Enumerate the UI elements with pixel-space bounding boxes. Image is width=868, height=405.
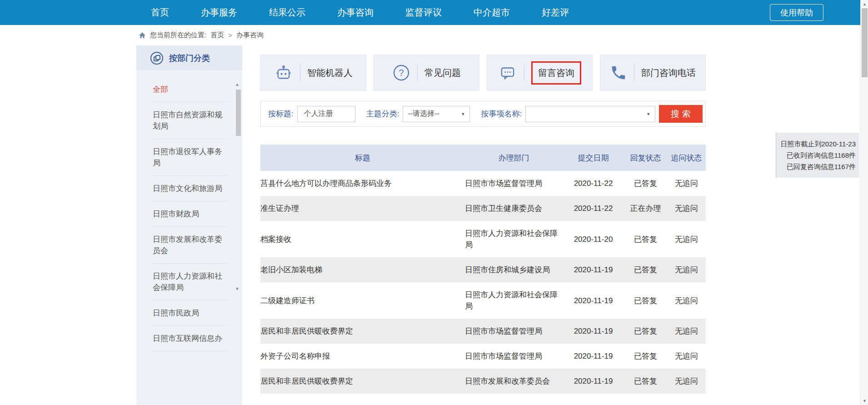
sidebar-item-department[interactable]: 日照市发展和改革委员会 bbox=[153, 227, 226, 264]
consultation-table: 标题 办理部门 提交日期 回复状态 追问状态 莒县什么地方可以办理商品条形码业务… bbox=[260, 145, 706, 394]
sidebar-scroll-up-icon[interactable]: ▲ bbox=[235, 82, 239, 87]
category-select[interactable]: --请选择-- ▼ bbox=[403, 106, 470, 122]
sidebar-item-department[interactable]: 日照市退役军人事务局 bbox=[153, 139, 226, 176]
cell-title[interactable]: 准生证办理 bbox=[260, 196, 465, 221]
cell-reply-status: 正在办理 bbox=[624, 196, 667, 221]
tab-department-phone[interactable]: 部门咨询电话 bbox=[600, 55, 706, 91]
cell-department: 日照市市场监督管理局 bbox=[465, 319, 563, 344]
cell-date: 2020-11-19 bbox=[563, 369, 624, 394]
cell-date: 2020-11-22 bbox=[563, 171, 624, 196]
home-icon bbox=[139, 32, 146, 39]
tab-smart-robot[interactable]: 智能机器人 bbox=[260, 55, 366, 91]
cell-department: 日照市发展和改革委员会 bbox=[465, 369, 563, 394]
sidebar-item-department[interactable]: 日照市民政局 bbox=[153, 300, 226, 326]
main-content: 智能机器人 ? 常见问题 bbox=[260, 55, 706, 91]
category-filter-label: 主题分类: bbox=[366, 109, 399, 119]
breadcrumb: 您当前所在的位置: 首页 > 办事咨询 bbox=[139, 25, 264, 45]
sidebar-item-department[interactable]: 全部 bbox=[153, 77, 226, 102]
sidebar-item-department[interactable]: 日照市互联网信息办 bbox=[153, 326, 226, 351]
nav-item[interactable]: 好差评 bbox=[542, 6, 569, 19]
title-search-input[interactable] bbox=[297, 106, 355, 122]
cell-department: 日照市市场监督管理局 bbox=[465, 344, 563, 369]
department-list: 全部日照市自然资源和规划局日照市退役军人事务局日照市文化和旅游局日照市财政局日照… bbox=[136, 77, 242, 351]
consultation-stats-tooltip: 日照市截止到2020-11-23已收到咨询信息1168件已回复咨询信息1167件 bbox=[776, 133, 859, 178]
main-nav: 首页办事服务结果公示办事咨询监督评议中介超市好差评 bbox=[151, 0, 868, 25]
table-row[interactable]: 档案接收 日照市人力资源和社会保障局 2020-11-20 已答复 无追问 bbox=[260, 221, 706, 257]
divider bbox=[524, 65, 524, 80]
sidebar-header: 按部门分类 bbox=[136, 45, 242, 70]
table-row[interactable]: 莒县什么地方可以办理商品条形码业务 日照市市场监督管理局 2020-11-22 … bbox=[260, 171, 706, 196]
sidebar-item-department[interactable]: 日照市财政局 bbox=[153, 201, 226, 227]
breadcrumb-home-link[interactable]: 首页 bbox=[210, 31, 224, 40]
cell-title[interactable]: 二级建造师证书 bbox=[260, 282, 465, 319]
cell-followup-status: 无追问 bbox=[667, 319, 706, 344]
col-header-title: 标题 bbox=[260, 145, 465, 171]
page-scrollbar[interactable]: ▲ ▼ bbox=[860, 0, 868, 405]
sidebar-scrollbar-thumb[interactable] bbox=[236, 90, 241, 136]
robot-icon bbox=[274, 63, 293, 82]
nav-item[interactable]: 结果公示 bbox=[269, 6, 305, 19]
sidebar-scroll-down-icon[interactable]: ▼ bbox=[235, 286, 239, 291]
cell-title[interactable]: 档案接收 bbox=[260, 221, 465, 257]
stats-line: 已收到咨询信息1168件 bbox=[776, 150, 856, 161]
cell-department: 日照市住房和城乡建设局 bbox=[465, 257, 563, 282]
sidebar-item-department[interactable]: 日照市自然资源和规划局 bbox=[153, 102, 226, 139]
cell-title[interactable]: 外资子公司名称申报 bbox=[260, 344, 465, 369]
scroll-down-icon[interactable]: ▼ bbox=[861, 399, 868, 403]
tab-label: 部门咨询电话 bbox=[641, 67, 696, 79]
help-button[interactable]: 使用帮助 bbox=[770, 4, 823, 21]
item-name-filter-label: 按事项名称: bbox=[481, 109, 522, 119]
department-sidebar: 按部门分类 全部日照市自然资源和规划局日照市退役军人事务局日照市文化和旅游局日照… bbox=[136, 45, 242, 405]
cell-department: 日照市人力资源和社会保障局 bbox=[465, 282, 563, 319]
nav-item[interactable]: 监督评议 bbox=[405, 6, 442, 19]
divider bbox=[417, 65, 418, 80]
cell-department: 日照市人力资源和社会保障局 bbox=[465, 221, 563, 257]
item-name-select[interactable]: ▼ bbox=[525, 106, 655, 122]
cell-followup-status: 无追问 bbox=[667, 171, 706, 196]
col-header-follow: 追问状态 bbox=[667, 145, 706, 171]
cell-department: 日照市卫生健康委员会 bbox=[465, 196, 563, 221]
tab-message-consult[interactable]: 留言咨询 bbox=[487, 55, 593, 91]
nav-item[interactable]: 中介超市 bbox=[474, 6, 510, 19]
col-header-reply: 回复状态 bbox=[624, 145, 667, 171]
cell-reply-status: 已答复 bbox=[624, 221, 667, 257]
col-header-dept: 办理部门 bbox=[465, 145, 563, 171]
cell-title[interactable]: 莒县什么地方可以办理商品条形码业务 bbox=[260, 171, 465, 196]
top-navbar: 首页办事服务结果公示办事咨询监督评议中介超市好差评 使用帮助 bbox=[0, 0, 868, 25]
chevron-down-icon: ▼ bbox=[646, 112, 650, 116]
page-scrollbar-thumb[interactable] bbox=[862, 8, 868, 77]
table-row[interactable]: 居民和非居民供暖收费界定 日照市发展和改革委员会 2020-11-19 已答复 … bbox=[260, 369, 706, 394]
table-row[interactable]: 外资子公司名称申报 日照市市场监督管理局 2020-11-19 已答复 无追问 bbox=[260, 344, 706, 369]
scroll-up-icon[interactable]: ▲ bbox=[861, 2, 868, 6]
table-header-row: 标题 办理部门 提交日期 回复状态 追问状态 bbox=[260, 145, 706, 171]
table-row[interactable]: 居民和非居民供暖收费界定 日照市市场监督管理局 2020-11-19 已答复 无… bbox=[260, 319, 706, 344]
cell-reply-status: 已答复 bbox=[624, 171, 667, 196]
cell-date: 2020-11-19 bbox=[563, 282, 624, 319]
table-row[interactable]: 老旧小区加装电梯 日照市住房和城乡建设局 2020-11-19 已答复 无追问 bbox=[260, 257, 706, 282]
sidebar-item-department[interactable]: 日照市文化和旅游局 bbox=[153, 176, 226, 201]
nav-item[interactable]: 首页 bbox=[151, 6, 169, 19]
consult-tabs: 智能机器人 ? 常见问题 bbox=[260, 55, 706, 91]
cell-followup-status: 无追问 bbox=[667, 369, 706, 394]
cell-reply-status: 已答复 bbox=[624, 282, 667, 319]
cell-title[interactable]: 老旧小区加装电梯 bbox=[260, 257, 465, 282]
tab-label-highlighted: 留言咨询 bbox=[531, 61, 581, 85]
sidebar-item-department[interactable]: 日照市人力资源和社会保障局 bbox=[153, 264, 226, 300]
cell-followup-status: 无追问 bbox=[667, 282, 706, 319]
cell-title[interactable]: 居民和非居民供暖收费界定 bbox=[260, 319, 465, 344]
stats-line: 已回复咨询信息1167件 bbox=[776, 161, 856, 172]
cell-followup-status: 无追问 bbox=[667, 221, 706, 257]
nav-item[interactable]: 办事咨询 bbox=[337, 6, 374, 19]
col-header-date: 提交日期 bbox=[563, 145, 624, 171]
nav-item[interactable]: 办事服务 bbox=[201, 6, 237, 19]
page: 首页办事服务结果公示办事咨询监督评议中介超市好差评 使用帮助 您当前所在的位置:… bbox=[0, 0, 868, 405]
table-row[interactable]: 二级建造师证书 日照市人力资源和社会保障局 2020-11-19 已答复 无追问 bbox=[260, 282, 706, 319]
search-button[interactable]: 搜 索 bbox=[659, 105, 703, 123]
cell-title[interactable]: 居民和非居民供暖收费界定 bbox=[260, 369, 465, 394]
table-row[interactable]: 准生证办理 日照市卫生健康委员会 2020-11-22 正在办理 无追问 bbox=[260, 196, 706, 221]
category-select-value: --请选择-- bbox=[408, 109, 439, 119]
cell-reply-status: 已答复 bbox=[624, 257, 667, 282]
breadcrumb-separator: > bbox=[228, 31, 232, 39]
cell-date: 2020-11-20 bbox=[563, 221, 624, 257]
tab-faq[interactable]: ? 常见问题 bbox=[374, 55, 479, 91]
